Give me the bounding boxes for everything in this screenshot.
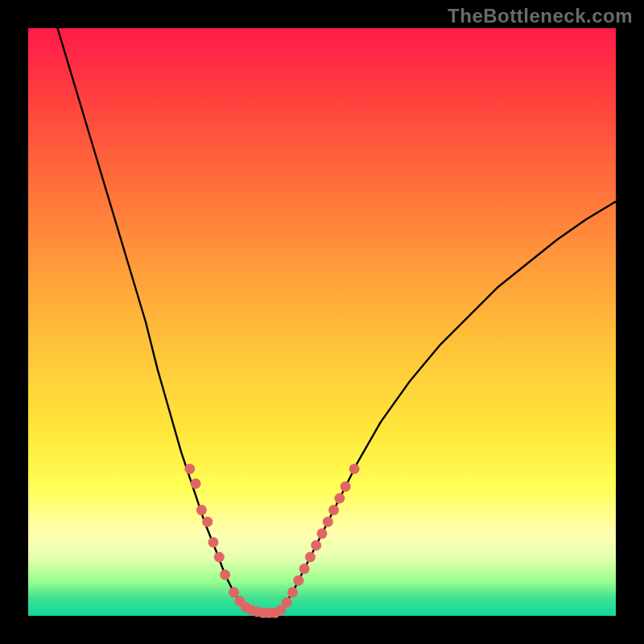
data-point: [328, 505, 339, 515]
data-point: [311, 540, 321, 551]
data-point: [220, 569, 230, 580]
data-point: [191, 478, 201, 489]
watermark-text: TheBottleneck.com: [448, 5, 633, 27]
data-point: [317, 528, 328, 539]
data-point: [282, 597, 292, 608]
bottleneck-curve: [58, 28, 617, 613]
data-point: [202, 517, 213, 527]
chart-svg: [28, 28, 616, 616]
plot-area: [28, 28, 616, 616]
chart-stage: TheBottleneck.com: [0, 0, 644, 644]
data-point: [208, 537, 218, 547]
data-point: [293, 576, 303, 586]
data-point: [196, 505, 207, 515]
data-point: [184, 464, 195, 474]
data-point: [299, 564, 310, 574]
data-point: [229, 587, 239, 597]
data-point: [287, 587, 298, 597]
data-point: [341, 481, 351, 492]
data-point: [214, 552, 225, 563]
data-point: [349, 464, 360, 474]
data-point: [323, 517, 333, 527]
data-point: [334, 493, 345, 504]
data-point: [305, 552, 316, 563]
